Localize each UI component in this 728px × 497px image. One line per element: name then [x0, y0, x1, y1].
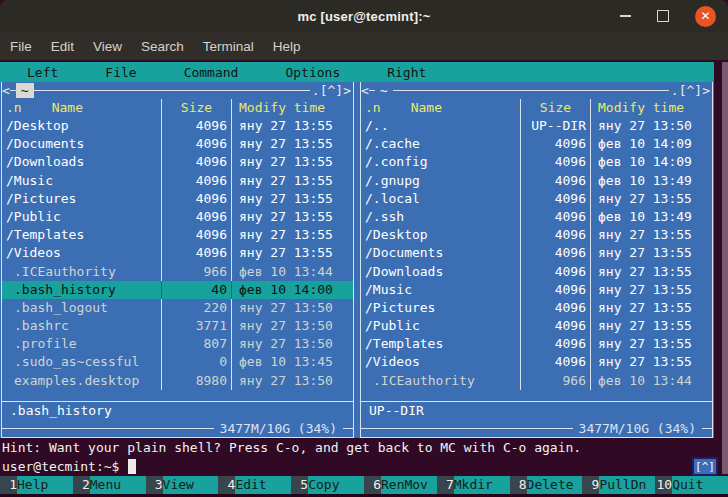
left-panel-header: .n Name Size Modify time	[2, 99, 353, 117]
file-row[interactable]: /Downloads4096яну 27 13:55	[361, 263, 712, 281]
file-row[interactable]: /Pictures4096яну 27 13:55	[361, 299, 712, 317]
close-button[interactable]: ✕	[695, 6, 716, 27]
menubar-item-view[interactable]: View	[93, 39, 122, 54]
panel-scroll-marker[interactable]: .[^]>	[669, 83, 712, 98]
column-header-modify[interactable]: Modify time	[590, 99, 712, 117]
mc-menu-item-left[interactable]: Left	[27, 65, 58, 80]
fkey-9-pulldn[interactable]: 9PullDn	[582, 476, 655, 494]
column-header-size[interactable]: Size	[161, 99, 231, 117]
file-row[interactable]: .sudo_as~cessful0фев 10 13:45	[2, 353, 353, 371]
file-row[interactable]: /Videos4096яну 27 13:55	[361, 353, 712, 371]
file-size: 40	[161, 281, 231, 299]
file-row[interactable]: /.config4096фев 10 14:09	[361, 153, 712, 171]
file-name: /Downloads	[2, 153, 161, 171]
maximize-button[interactable]	[657, 10, 669, 22]
column-header-name[interactable]: Name	[52, 99, 83, 117]
mc-menu-item-options[interactable]: Options	[285, 65, 340, 80]
fkey-3-view[interactable]: 3View	[146, 476, 219, 494]
fkey-1-help[interactable]: 1Help	[0, 476, 73, 494]
file-row[interactable]: /Downloads4096яну 27 13:55	[2, 153, 353, 171]
file-modify: яну 27 13:55	[590, 299, 712, 317]
file-name: /Templates	[361, 335, 520, 353]
file-row[interactable]: /Public4096яну 27 13:55	[361, 317, 712, 335]
terminal-scrollbar[interactable]	[722, 62, 728, 474]
file-name: /Public	[361, 317, 520, 335]
column-header-modify[interactable]: Modify time	[231, 99, 353, 117]
mc-menu-item-file[interactable]: File	[105, 65, 136, 80]
border-line	[393, 90, 669, 91]
file-row[interactable]: /Public4096яну 27 13:55	[2, 208, 353, 226]
file-row[interactable]: .ICEauthority966фев 10 13:44	[2, 263, 353, 281]
file-row[interactable]: /Templates4096яну 27 13:55	[361, 335, 712, 353]
column-header-size[interactable]: Size	[520, 99, 590, 117]
fkey-4-edit[interactable]: 4Edit	[218, 476, 291, 494]
file-row[interactable]: /Desktop4096яну 27 13:55	[361, 226, 712, 244]
file-row[interactable]: .bashrc3771яну 27 13:50	[2, 317, 353, 335]
file-size: 3771	[161, 317, 231, 335]
mc-menu-item-command[interactable]: Command	[184, 65, 239, 80]
menubar-item-search[interactable]: Search	[141, 39, 184, 54]
fkey-7-mkdir[interactable]: 7Mkdir	[437, 476, 510, 494]
panel-scroll-marker[interactable]: .[^]>	[310, 83, 353, 98]
file-row[interactable]: examples.desktop8980яну 27 13:50	[2, 372, 353, 390]
fkey-6-renmov[interactable]: 6RenMov	[364, 476, 437, 494]
menubar-item-help[interactable]: Help	[273, 39, 301, 54]
scroll-up-indicator[interactable]: [^]	[692, 457, 718, 476]
right-panel-path[interactable]: ~	[375, 83, 393, 98]
file-size: UP--DIR	[520, 117, 590, 135]
file-size: 4096	[520, 353, 590, 371]
fkey-5-copy[interactable]: 5Copy	[291, 476, 364, 494]
file-name: /Templates	[2, 226, 161, 244]
file-name: /.config	[361, 153, 520, 171]
text-cursor	[128, 459, 136, 474]
file-row[interactable]: /Music4096яну 27 13:55	[2, 172, 353, 190]
file-modify: яну 27 13:50	[231, 372, 353, 390]
file-row[interactable]: /.gnupg4096фев 10 13:49	[361, 172, 712, 190]
file-modify: яну 27 13:50	[231, 299, 353, 317]
file-row[interactable]: .profile807яну 27 13:50	[2, 335, 353, 353]
menubar-item-terminal[interactable]: Terminal	[203, 39, 254, 54]
file-modify: фев 10 13:44	[590, 372, 712, 390]
menubar-item-edit[interactable]: Edit	[51, 39, 74, 54]
file-modify: яну 27 13:50	[231, 317, 353, 335]
fkey-10-quit[interactable]: 10Quit	[655, 476, 728, 494]
fkey-2-menu[interactable]: 2Menu	[73, 476, 146, 494]
minimize-button[interactable]	[620, 15, 631, 17]
sort-marker[interactable]: .n	[6, 99, 22, 117]
file-row[interactable]: /.cache4096фев 10 14:09	[361, 135, 712, 153]
column-header-name[interactable]: Name	[411, 99, 442, 117]
sort-marker[interactable]: .n	[365, 99, 381, 117]
file-name: /Public	[2, 208, 161, 226]
border-line	[702, 428, 712, 429]
file-modify: фев 10 14:09	[590, 135, 712, 153]
file-size: 4096	[520, 263, 590, 281]
file-row[interactable]: /..UP--DIRяну 27 13:50	[361, 117, 712, 135]
file-row[interactable]: /.ssh4096фев 10 13:49	[361, 208, 712, 226]
file-row[interactable]: /Videos4096яну 27 13:55	[2, 244, 353, 262]
fkey-number: 10	[655, 476, 672, 494]
file-name: /Documents	[361, 244, 520, 262]
file-size: 807	[161, 335, 231, 353]
mc-menu-item-right[interactable]: Right	[387, 65, 426, 80]
command-line[interactable]: user@tecmint:~$ [^]	[0, 457, 728, 476]
file-row[interactable]: /.local4096яну 27 13:55	[361, 190, 712, 208]
file-row[interactable]: .bash_logout220яну 27 13:50	[2, 299, 353, 317]
file-size: 4096	[520, 335, 590, 353]
border-line	[343, 428, 353, 429]
file-row[interactable]: /Documents4096яну 27 13:55	[2, 135, 353, 153]
file-size: 4096	[161, 208, 231, 226]
file-row-selected[interactable]: .bash_history40фев 10 14:00	[2, 281, 353, 299]
file-size: 4096	[520, 208, 590, 226]
right-panel-status: UP--DIR	[361, 402, 712, 420]
file-row[interactable]: .ICEauthority966фев 10 13:44	[361, 372, 712, 390]
fkey-number: 6	[364, 476, 381, 494]
fkey-8-delete[interactable]: 8Delete	[510, 476, 583, 494]
left-panel-path[interactable]: ~	[16, 83, 34, 98]
file-row[interactable]: /Documents4096яну 27 13:55	[361, 244, 712, 262]
file-row[interactable]: /Music4096яну 27 13:55	[361, 281, 712, 299]
menubar-item-file[interactable]: File	[10, 39, 32, 54]
file-row[interactable]: /Desktop4096яну 27 13:55	[2, 117, 353, 135]
file-row[interactable]: /Pictures4096яну 27 13:55	[2, 190, 353, 208]
terminal-area: Left File Command Options Right < ~ .[^]…	[0, 60, 728, 497]
file-row[interactable]: /Templates4096яну 27 13:55	[2, 226, 353, 244]
